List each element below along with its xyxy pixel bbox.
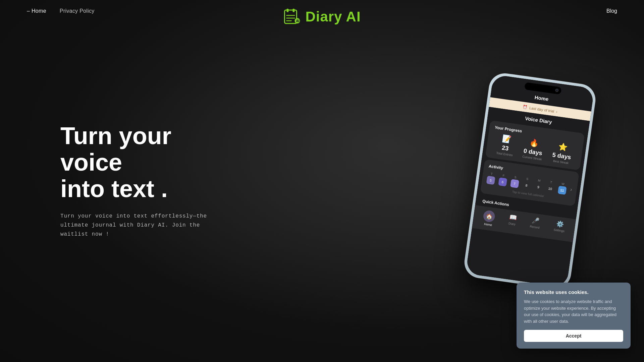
cal-col-m: M 9	[534, 178, 543, 191]
nav-item-record[interactable]: 🎤 Record	[529, 217, 541, 234]
nav-privacy-link[interactable]: Privacy Policy	[60, 8, 95, 14]
hero-title-line1: Turn your voice	[60, 122, 171, 176]
entries-value: 23	[501, 144, 509, 152]
phone-inner-frame: Home ⏰ Last day of trial › Voice Diary Y…	[466, 74, 595, 288]
cal-col-f: F 6	[498, 173, 508, 186]
logo-text: Diary AI	[305, 9, 361, 25]
record-nav-label: Record	[530, 225, 540, 229]
hero-section: Turn your voice into text . Turn your vo…	[60, 123, 228, 239]
phone-outer-frame: Home ⏰ Last day of trial › Voice Diary Y…	[463, 71, 598, 291]
home-nav-icon: 🏠	[483, 210, 495, 223]
phone-camera	[555, 88, 559, 92]
home-nav-label: Home	[484, 222, 492, 227]
chevron-right-icon: ›	[556, 109, 557, 113]
phone-screen: Home ⏰ Last day of trial › Voice Diary Y…	[466, 74, 595, 288]
cookie-text: We use cookies to analyze website traffi…	[524, 298, 623, 324]
diary-nav-icon: 📖	[509, 214, 517, 222]
nav-item-diary[interactable]: 📖 Diary	[507, 214, 517, 230]
svg-rect-1	[286, 9, 288, 12]
settings-nav-label: Settings	[553, 228, 565, 233]
cal-col-w: W 11	[557, 182, 567, 195]
settings-nav-icon: ⚙️	[556, 220, 564, 228]
nav-blog-link[interactable]: Blog	[606, 8, 617, 14]
cal-col-s1: S 7	[510, 175, 520, 188]
record-nav-icon: 🎤	[531, 217, 540, 225]
diary-nav-label: Diary	[508, 222, 516, 226]
hero-subtitle: Turn your voice into text effortlessly—t…	[60, 212, 228, 239]
nav-home-link[interactable]: – Home	[27, 8, 46, 14]
cookie-accept-button[interactable]: Accept	[524, 330, 623, 342]
cal-col-t2: T 10	[546, 180, 555, 193]
trial-text: Last day of trial	[529, 106, 554, 113]
best-streak-stat: ⭐ 5 days Best Streak	[551, 141, 573, 165]
best-icon: ⭐	[558, 142, 568, 152]
phone-mockup: Home ⏰ Last day of trial › Voice Diary Y…	[463, 71, 598, 291]
svg-rect-2	[292, 9, 294, 12]
nav-item-home[interactable]: 🏠 Home	[482, 210, 495, 227]
diary-ai-icon: AI	[283, 8, 301, 25]
streak-icon: 🔥	[529, 138, 539, 148]
current-streak-stat: 🔥 0 days Current Streak	[522, 137, 545, 161]
hero-title-line2: into text .	[60, 176, 168, 202]
entries-icon: 📝	[501, 134, 512, 144]
cal-col-s2: S 8	[522, 177, 532, 190]
cookie-title: This website uses cookies.	[524, 289, 623, 295]
cal-col-t: T 5	[486, 172, 496, 185]
logo-area: AI Diary AI	[283, 8, 361, 25]
clock-icon: ⏰	[523, 105, 528, 110]
entries-label: Total Entries	[496, 151, 513, 157]
svg-text:AI: AI	[296, 19, 299, 23]
nav-item-settings[interactable]: ⚙️ Settings	[553, 220, 566, 237]
total-entries-stat: 📝 23 Total Entries	[496, 134, 516, 157]
cookie-banner: This website uses cookies. We use cookie…	[517, 283, 631, 349]
hero-title: Turn your voice into text .	[60, 123, 228, 202]
calendar-arrow[interactable]: ›	[570, 186, 573, 193]
